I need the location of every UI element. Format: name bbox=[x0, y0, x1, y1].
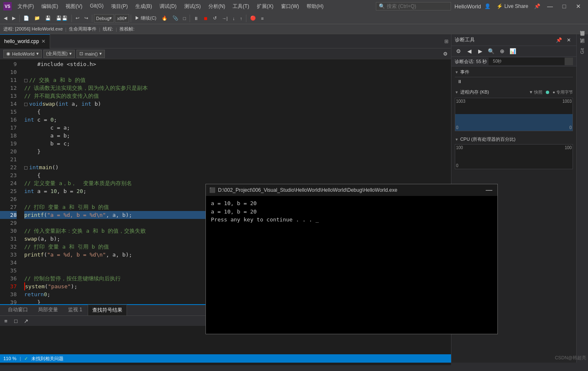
diagnostic-toolbar: ⚙ ◀ ▶ 🔍 ⊕ 📊 bbox=[451, 46, 576, 57]
menu-edit[interactable]: 编辑(E) bbox=[38, 1, 61, 12]
snapshot-label: ▼ 快照 bbox=[529, 89, 542, 95]
pin-icon[interactable]: 📌 bbox=[534, 3, 540, 9]
tab-watch[interactable]: 监视 1 bbox=[63, 304, 87, 315]
toolbar-new[interactable]: 📄 bbox=[21, 14, 31, 22]
menu-test[interactable]: 测试(S) bbox=[181, 1, 204, 12]
function-dropdown[interactable]: ⊡ main() ▾ bbox=[76, 50, 105, 58]
sidebar-git-test[interactable]: Git 测试 bbox=[578, 43, 587, 57]
bottom-btn-1[interactable]: ≡ bbox=[2, 317, 10, 325]
stop-btn[interactable]: ⏹ bbox=[201, 15, 210, 22]
console-line-2: a = 10, b = 20 bbox=[211, 208, 492, 216]
toolbar-undo[interactable]: ↩ bbox=[74, 14, 81, 22]
debug-mode-dropdown[interactable]: Debug ▾ bbox=[94, 14, 114, 23]
toolbar-forward[interactable]: ▶ bbox=[10, 14, 18, 22]
menu-project[interactable]: 项目(P) bbox=[108, 1, 131, 12]
editor-settings-btn[interactable]: ⚙ bbox=[443, 51, 448, 57]
fire-btn[interactable]: 🔥 bbox=[160, 14, 170, 22]
right-sidebar: 游戏引擎工具箱调试器 Git 测试 bbox=[576, 34, 588, 363]
tab-find-symbol[interactable]: 查找符号结果 bbox=[88, 305, 127, 315]
maximize-button[interactable]: □ bbox=[558, 2, 570, 10]
diag-chart-btn[interactable]: 📊 bbox=[508, 47, 517, 56]
close-button[interactable]: ✕ bbox=[572, 2, 585, 10]
menu-extensions[interactable]: 扩展(X) bbox=[253, 1, 277, 12]
menu-help[interactable]: 帮助(H) bbox=[303, 1, 327, 12]
toolbar-sep-1 bbox=[19, 15, 20, 22]
breakpoints-btn[interactable]: 🔴 bbox=[248, 14, 258, 22]
bottom-btn-3[interactable]: ↗ bbox=[22, 317, 30, 325]
tab-auto-window[interactable]: 自动窗口 bbox=[3, 304, 33, 315]
toolbar-back[interactable]: ◀ bbox=[2, 14, 9, 22]
memory-header[interactable]: ▼ 进程内存 (KB) ▼ 快照 ● 专用字节 bbox=[455, 88, 573, 96]
cpu-section: ▼ CPU (所有处理器的百分比) 100 0 100 bbox=[451, 135, 576, 173]
attach-btn[interactable]: 📎 bbox=[170, 14, 180, 22]
diag-pin-btn[interactable]: 📌 bbox=[555, 36, 563, 44]
diag-search-btn[interactable]: 🔍 bbox=[487, 47, 496, 56]
diag-close-btn[interactable]: ✕ bbox=[565, 36, 573, 44]
bottom-btn-2[interactable]: □ bbox=[12, 317, 20, 325]
cpu-max-right: 100 bbox=[565, 145, 572, 150]
function-icon: ⊡ bbox=[79, 51, 83, 56]
console-line-1: a = 10, b = 20 bbox=[211, 199, 492, 208]
step-into[interactable]: ↓ bbox=[231, 15, 237, 22]
scope-dropdown[interactable]: (全局范围) ▾ bbox=[43, 50, 75, 58]
diag-forward-btn[interactable]: ▶ bbox=[476, 47, 485, 56]
console-line-3: Press any key to continue . . . _ bbox=[211, 216, 492, 224]
menu-debug[interactable]: 调试(D) bbox=[156, 1, 180, 12]
menu-file[interactable]: 文件(F) bbox=[14, 1, 37, 12]
memory-arrow: ▼ bbox=[455, 90, 459, 94]
issues-label: 未找到相关问题 bbox=[31, 356, 63, 362]
diag-settings-btn[interactable]: ⚙ bbox=[454, 47, 463, 56]
cpu-max-left: 100 bbox=[456, 145, 463, 150]
tab-close-btn[interactable]: ✕ bbox=[41, 38, 46, 44]
timeline[interactable]: 50秒 1: bbox=[489, 58, 573, 65]
minimize-button[interactable]: — bbox=[544, 2, 556, 10]
pause-button[interactable]: ⏸ bbox=[455, 78, 573, 85]
console-titlebar: ⬛ D:\002_Project\006_Visual_Studio\Hello… bbox=[206, 184, 497, 196]
toolbar-sep-3 bbox=[92, 15, 92, 22]
step-over[interactable]: →| bbox=[220, 15, 230, 22]
memory-section: ▼ 进程内存 (KB) ▼ 快照 ● 专用字节 1003 0 1003 0 bbox=[451, 86, 576, 135]
code-line-12: // 该函数无法实现交换，因为传入的实参只是副本 bbox=[24, 84, 447, 92]
continue-btn[interactable]: ▶ 继续(C) bbox=[133, 14, 158, 23]
sidebar-engine-tools[interactable]: 游戏引擎工具箱调试器 bbox=[578, 36, 587, 43]
pause-btn[interactable]: ⏸ bbox=[192, 15, 200, 22]
editor-expand-btn[interactable]: ⊞ bbox=[442, 38, 451, 44]
watermark: CSDN@韩超亮 bbox=[555, 355, 586, 361]
toolbar-open[interactable]: 📁 bbox=[32, 14, 42, 22]
menu-tools[interactable]: 工具(T) bbox=[229, 1, 252, 12]
code-line-20: } bbox=[24, 147, 447, 155]
tab-locals[interactable]: 局部变量 bbox=[33, 304, 63, 315]
status-separator: | bbox=[20, 356, 21, 361]
toolbar-save[interactable]: 💾 bbox=[43, 14, 53, 22]
toolbar-save-all[interactable]: 💾💾 bbox=[54, 14, 70, 22]
restart-btn[interactable]: ↺ bbox=[211, 14, 219, 22]
menu-analyze[interactable]: 分析(N) bbox=[205, 1, 229, 12]
editor-tab-hello-world[interactable]: hello_world.cpp ✕ bbox=[0, 34, 50, 48]
diag-back-btn[interactable]: ◀ bbox=[465, 47, 474, 56]
search-box[interactable]: 🔍 bbox=[376, 2, 451, 10]
live-share-button[interactable]: ⚡ Live Share bbox=[494, 3, 531, 10]
menu-build[interactable]: 生成(B) bbox=[132, 1, 155, 12]
console-icon: ⬛ bbox=[209, 187, 215, 193]
menu-git[interactable]: Git(G) bbox=[86, 1, 107, 12]
zoom-level: 110 % bbox=[3, 356, 16, 361]
diag-zoom-in-btn[interactable]: ⊕ bbox=[497, 47, 507, 56]
window-btn[interactable]: □ bbox=[181, 15, 188, 22]
memory-label: 进程内存 (KB) bbox=[460, 89, 489, 95]
menu-window[interactable]: 窗口(W) bbox=[278, 1, 302, 12]
menu-view[interactable]: 视图(V) bbox=[62, 1, 86, 12]
platform-dropdown[interactable]: x86 ▾ bbox=[115, 14, 129, 23]
window-controls: — □ ✕ bbox=[544, 2, 585, 10]
user-avatar[interactable]: 👤 bbox=[484, 3, 491, 9]
code-line-22: □int main() bbox=[24, 163, 447, 171]
search-input[interactable] bbox=[387, 3, 445, 9]
toolbar-redo[interactable]: ↪ bbox=[82, 14, 90, 22]
events-header[interactable]: ▼ 事件 bbox=[455, 68, 573, 76]
step-out[interactable]: ↑ bbox=[238, 15, 245, 22]
cpu-header[interactable]: ▼ CPU (所有处理器的百分比) bbox=[455, 136, 573, 142]
debug-toolbar-more[interactable]: ≡ bbox=[259, 15, 266, 22]
class-scope-dropdown[interactable]: ◉ HelloWorld ▾ bbox=[3, 50, 42, 58]
console-close-btn[interactable]: — bbox=[484, 186, 494, 194]
session-time: 55 秒 bbox=[476, 58, 487, 65]
toolbar-sep-5 bbox=[190, 15, 190, 22]
